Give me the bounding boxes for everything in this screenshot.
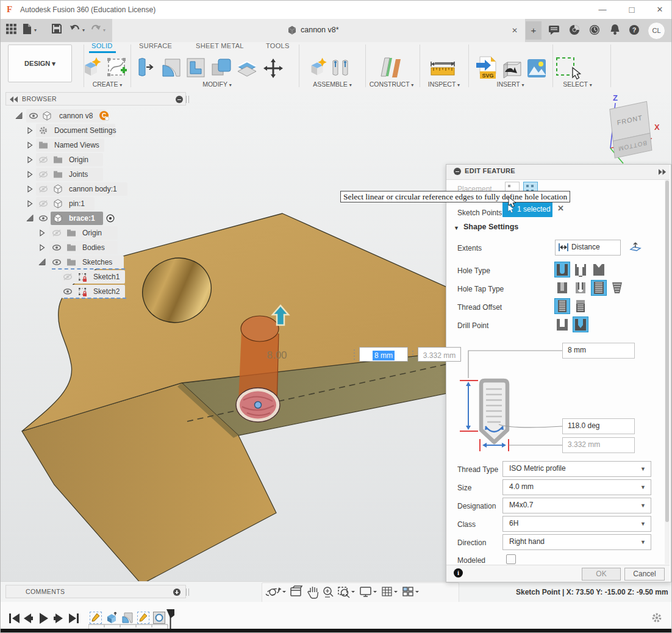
- select-group-label[interactable]: SELECT ▾: [559, 80, 596, 88]
- visibility-off-eye-icon[interactable]: [38, 184, 48, 194]
- cancel-button[interactable]: Cancel: [624, 568, 665, 581]
- tap-type-clearance-icon[interactable]: [573, 281, 588, 295]
- tree-row-sketches[interactable]: Sketches: [1, 256, 184, 269]
- visibility-eye-icon[interactable]: [52, 243, 62, 252]
- tree-row-joints[interactable]: Joints: [1, 168, 184, 181]
- tab-surface[interactable]: SURFACE: [139, 42, 172, 49]
- shape-settings-title[interactable]: Shape Settings: [463, 223, 518, 231]
- tree-row-sketch1[interactable]: Sketch1: [1, 270, 184, 284]
- hole-type-countersink-icon[interactable]: [592, 262, 606, 277]
- app-grid-icon[interactable]: [6, 24, 16, 34]
- tree-label[interactable]: Joints: [69, 168, 88, 181]
- hole-type-counterbore-icon[interactable]: [573, 262, 588, 277]
- depth-input[interactable]: 8 mm: [562, 343, 635, 359]
- workspace-switcher[interactable]: DESIGN ▾: [8, 45, 72, 82]
- tap-type-taper-tapped-icon[interactable]: [610, 281, 624, 295]
- nav-toolbar-icons[interactable]: [264, 584, 457, 601]
- hole-type-simple-icon[interactable]: [555, 262, 570, 277]
- select-icon[interactable]: [554, 55, 581, 81]
- tree-row-brace-origin[interactable]: Origin: [1, 226, 184, 240]
- construct-plane-icon[interactable]: [376, 55, 403, 80]
- shell-icon[interactable]: [185, 57, 206, 79]
- timeline-feature-fillet[interactable]: [121, 612, 134, 624]
- insert-svg-icon[interactable]: SVG: [475, 55, 497, 80]
- class-dropdown[interactable]: 6H▼: [502, 516, 651, 532]
- create-group-label[interactable]: CREATE ▾: [86, 80, 129, 88]
- expand-open-icon[interactable]: [25, 213, 35, 223]
- visibility-eye-icon[interactable]: [38, 213, 48, 223]
- expand-open-icon[interactable]: [37, 257, 47, 267]
- insert-group-label[interactable]: INSERT ▾: [491, 80, 529, 88]
- expand-closed-icon[interactable]: [25, 184, 35, 194]
- dialog-header[interactable]: EDIT FEATURE: [446, 165, 670, 180]
- tap-type-simple-icon[interactable]: [555, 281, 570, 295]
- tree-row-sketch2[interactable]: Sketch2: [1, 285, 184, 298]
- dialog-expand-icon[interactable]: [659, 169, 667, 175]
- help-icon[interactable]: ?: [629, 24, 640, 35]
- tree-label[interactable]: Sketches: [82, 256, 112, 269]
- tree-label[interactable]: Origin: [82, 226, 102, 240]
- timeline-feature-hole-current[interactable]: [153, 612, 165, 624]
- undo-icon[interactable]: [70, 24, 80, 34]
- undo-caret[interactable]: ▾: [82, 27, 85, 33]
- press-pull-icon[interactable]: [134, 57, 156, 79]
- insert-mesh-icon[interactable]: [501, 57, 523, 79]
- tree-label[interactable]: cannon v8: [59, 109, 93, 123]
- construct-group-label[interactable]: CONSTRUCT ▾: [365, 80, 418, 88]
- expand-closed-icon[interactable]: [25, 199, 35, 209]
- thread-type-dropdown[interactable]: ISO Metric profile▼: [502, 461, 651, 477]
- tree-row-named-views[interactable]: Named Views: [1, 138, 184, 152]
- diameter-input[interactable]: 3.332 mm: [562, 437, 635, 453]
- diameter-input-floating[interactable]: 3.332 mm: [418, 347, 461, 362]
- tree-label[interactable]: Bodies: [82, 241, 105, 254]
- assemble-component-icon[interactable]: [307, 55, 329, 79]
- tab-solid[interactable]: SOLID: [91, 42, 113, 49]
- expand-closed-icon[interactable]: [37, 228, 47, 238]
- tree-label[interactable]: brace:1: [69, 212, 95, 225]
- drill-point-flat-icon[interactable]: [555, 317, 570, 332]
- tab-close-icon[interactable]: ✕: [512, 26, 518, 35]
- expand-closed-icon[interactable]: [25, 155, 35, 165]
- visibility-eye-icon[interactable]: [52, 257, 62, 267]
- expand-closed-icon[interactable]: [25, 126, 35, 135]
- tree-row-origin[interactable]: Origin: [1, 153, 184, 166]
- maximize-button[interactable]: □: [623, 1, 641, 19]
- dim-group-handle[interactable]: [352, 348, 357, 362]
- move-copy-icon[interactable]: [263, 58, 284, 79]
- expand-closed-icon[interactable]: [25, 170, 35, 179]
- visibility-off-eye-icon[interactable]: [38, 199, 48, 209]
- new-component-icon[interactable]: [80, 55, 103, 79]
- comments-feed-icon[interactable]: [548, 25, 560, 35]
- tree-row-cannon-v8[interactable]: cannon v8 C: [1, 109, 184, 123]
- tree-label[interactable]: Document Settings: [54, 124, 116, 137]
- thread-offset-partial-icon[interactable]: [573, 299, 588, 313]
- visibility-off-eye-icon[interactable]: [38, 155, 48, 165]
- save-icon[interactable]: [52, 24, 62, 34]
- visibility-eye-icon[interactable]: [29, 111, 38, 121]
- dialog-scrollbar[interactable]: [665, 180, 670, 564]
- tree-label[interactable]: cannon body:1: [69, 182, 117, 196]
- close-button[interactable]: ✕: [651, 1, 669, 19]
- flip-direction-icon[interactable]: [629, 241, 642, 253]
- info-icon[interactable]: i: [454, 568, 463, 578]
- job-status-icon[interactable]: [569, 24, 580, 35]
- comments-panel-header[interactable]: COMMENTS: [5, 585, 186, 598]
- activate-component-icon[interactable]: [105, 213, 115, 223]
- combine-icon[interactable]: [210, 57, 232, 79]
- tree-label[interactable]: Sketch1: [93, 270, 120, 284]
- depth-input-floating[interactable]: 8 mm: [359, 347, 408, 362]
- thread-offset-full-icon[interactable]: [555, 299, 570, 313]
- visibility-off-eye-icon[interactable]: [63, 272, 73, 282]
- tab-tools[interactable]: TOOLS: [266, 42, 290, 49]
- measure-icon[interactable]: [429, 59, 457, 77]
- create-sketch-icon[interactable]: [106, 57, 128, 79]
- file-menu-caret[interactable]: ▾: [34, 27, 37, 33]
- extents-dropdown[interactable]: Distance: [555, 240, 621, 256]
- visibility-off-eye-icon[interactable]: [38, 170, 48, 179]
- fillet-icon[interactable]: [160, 57, 182, 79]
- new-tab-button[interactable]: +: [526, 21, 542, 40]
- tree-row-brace-selected[interactable]: brace:1: [1, 212, 184, 225]
- timeline-feature-sketch1[interactable]: [90, 612, 102, 624]
- tree-row-pin[interactable]: pin:1: [1, 197, 184, 210]
- tree-row-document-settings[interactable]: Document Settings: [1, 124, 184, 137]
